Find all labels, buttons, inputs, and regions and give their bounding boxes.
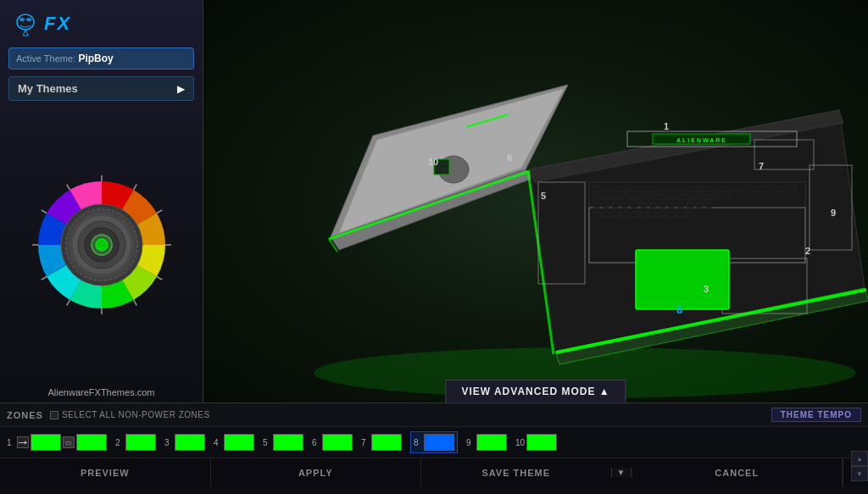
- svg-line-24: [66, 185, 70, 190]
- zone-color-10[interactable]: [526, 434, 557, 451]
- zone-num-8: 8: [414, 438, 422, 447]
- zone-num-10: 10: [515, 438, 525, 447]
- svg-text:1: 1: [664, 121, 669, 131]
- svg-rect-98: [705, 203, 712, 208]
- select-all-checkbox[interactable]: [50, 411, 58, 419]
- select-all-zone[interactable]: SELECT ALL NON-POWER ZONES: [50, 410, 210, 419]
- svg-rect-57: [668, 186, 675, 191]
- svg-rect-49: [593, 186, 600, 191]
- zone-item-10[interactable]: 10: [515, 434, 557, 451]
- svg-text:7: 7: [759, 161, 764, 171]
- svg-point-2: [26, 18, 31, 21]
- zone-color-2[interactable]: [125, 434, 156, 451]
- color-wheel[interactable]: [25, 169, 178, 321]
- svg-rect-89: [621, 203, 628, 208]
- zone-color-8[interactable]: [424, 434, 454, 451]
- zone-color-9[interactable]: [476, 434, 507, 451]
- svg-rect-53: [631, 186, 637, 191]
- svg-rect-78: [659, 195, 665, 200]
- svg-rect-74: [621, 195, 628, 200]
- svg-rect-94: [668, 203, 675, 208]
- zone-item-1[interactable]: 1 → ▭: [7, 434, 107, 451]
- svg-text:3: 3: [704, 284, 709, 294]
- zones-bar: ZONES SELECT ALL NON-POWER ZONES THEME T…: [0, 403, 868, 427]
- scroll-down-button[interactable]: ▼: [851, 466, 868, 481]
- svg-text:ALIENWARE: ALIENWARE: [676, 137, 727, 143]
- svg-rect-70: [789, 186, 796, 191]
- zone-item-4[interactable]: 4: [214, 434, 254, 451]
- scroll-buttons[interactable]: ▲ ▼: [851, 451, 868, 481]
- zone-item-8[interactable]: 8: [410, 431, 458, 453]
- apply-button[interactable]: APPLY: [211, 458, 422, 486]
- svg-rect-55: [649, 186, 656, 191]
- svg-rect-93: [659, 203, 665, 208]
- svg-rect-108: [677, 212, 684, 217]
- svg-rect-80: [677, 195, 684, 200]
- save-theme-dropdown-button[interactable]: ▼: [611, 468, 632, 477]
- svg-rect-76: [640, 195, 647, 200]
- svg-text:5: 5: [541, 191, 546, 201]
- preview-button[interactable]: PREVIEW: [0, 458, 211, 486]
- cancel-button[interactable]: CANCEL: [632, 458, 843, 486]
- color-wheel-area[interactable]: [0, 103, 203, 387]
- zone-color-1b[interactable]: [76, 434, 107, 451]
- zone-item-7[interactable]: 7: [361, 434, 402, 451]
- theme-tempo-button[interactable]: THEME TEMPO: [771, 408, 861, 422]
- zone-item-6[interactable]: 6: [312, 434, 353, 451]
- my-themes-row[interactable]: My Themes ▶: [8, 76, 194, 101]
- svg-rect-61: [705, 186, 712, 191]
- svg-rect-99: [593, 212, 600, 217]
- svg-rect-109: [687, 212, 693, 217]
- svg-text:9: 9: [831, 208, 836, 218]
- view-advanced-mode-button[interactable]: VIEW ADVANCED MODE ▲: [445, 380, 626, 402]
- scroll-up-button[interactable]: ▲: [851, 451, 868, 466]
- zone-color-4[interactable]: [224, 434, 254, 451]
- zone-item-3[interactable]: 3: [164, 434, 205, 451]
- bottom-section: ZONES SELECT ALL NON-POWER ZONES THEME T…: [0, 402, 868, 494]
- svg-rect-90: [631, 203, 637, 208]
- svg-rect-72: [603, 195, 609, 200]
- laptop-svg: ALIENWARE: [203, 0, 868, 402]
- zone-color-7[interactable]: [371, 434, 402, 451]
- svg-rect-85: [724, 195, 731, 200]
- svg-point-12: [96, 239, 108, 251]
- svg-rect-71: [593, 195, 600, 200]
- svg-rect-69: [780, 186, 787, 191]
- zone-color-1[interactable]: [31, 434, 61, 451]
- svg-rect-102: [621, 212, 628, 217]
- svg-rect-58: [677, 186, 684, 191]
- zone-color-3[interactable]: [175, 434, 205, 451]
- svg-text:6: 6: [507, 153, 512, 163]
- zone-item-2[interactable]: 2: [115, 434, 156, 451]
- svg-text:10: 10: [428, 157, 438, 167]
- zone-color-5[interactable]: [273, 434, 303, 451]
- svg-rect-81: [687, 195, 693, 200]
- svg-rect-52: [621, 186, 628, 191]
- left-panel: FX Active Theme: PipBoy My Themes ▶: [0, 0, 203, 402]
- zone-num-1: 1: [7, 438, 15, 447]
- website-label: AlienwareFXThemes.com: [0, 387, 203, 402]
- svg-rect-54: [640, 186, 647, 191]
- save-theme-button[interactable]: SAVE THEME: [421, 468, 611, 478]
- svg-line-23: [41, 210, 46, 214]
- zone-icon-arrow: →: [17, 436, 29, 448]
- my-themes-label: My Themes: [18, 82, 78, 95]
- zone-item-9[interactable]: 9: [466, 434, 507, 451]
- zone-item-5[interactable]: 5: [263, 434, 303, 451]
- color-wheel-svg[interactable]: [25, 169, 178, 321]
- svg-rect-48: [636, 250, 729, 309]
- svg-rect-50: [603, 186, 609, 191]
- svg-rect-83: [705, 195, 712, 200]
- logo-area: FX: [0, 0, 203, 44]
- zone-num-7: 7: [361, 438, 370, 447]
- svg-rect-91: [640, 203, 647, 208]
- svg-rect-68: [771, 186, 777, 191]
- main-viewport: ALIENWARE: [203, 0, 868, 402]
- svg-rect-60: [696, 186, 703, 191]
- svg-rect-100: [603, 212, 609, 217]
- svg-rect-104: [640, 212, 647, 217]
- svg-rect-79: [668, 195, 675, 200]
- svg-line-21: [41, 277, 46, 280]
- zone-color-6[interactable]: [322, 434, 353, 451]
- svg-rect-51: [612, 186, 619, 191]
